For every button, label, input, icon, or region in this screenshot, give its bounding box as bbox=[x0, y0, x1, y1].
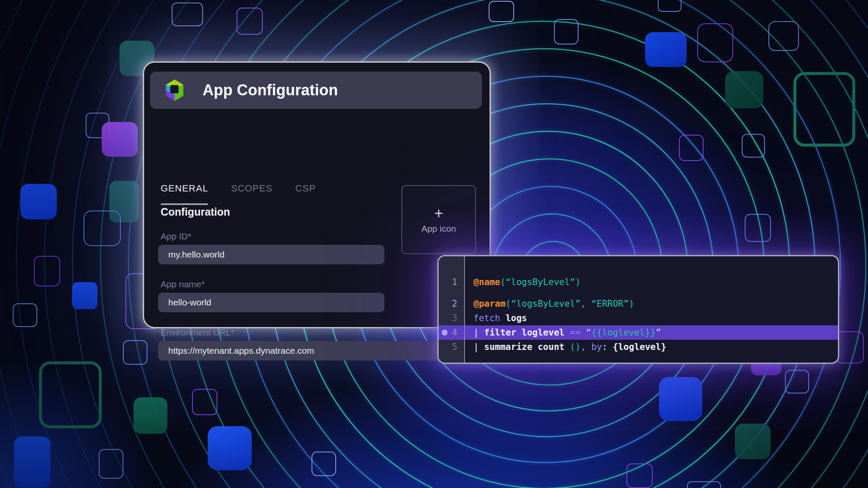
line-number[interactable]: 5 bbox=[439, 342, 464, 352]
line-number[interactable]: 2 bbox=[439, 299, 464, 309]
dialog-header: App Configuration bbox=[150, 72, 482, 109]
app-id-label: App ID* bbox=[161, 231, 191, 241]
gutter-separator bbox=[464, 256, 465, 363]
code-lines: 1@name(“logsByLevel”)2@param(“logsByLeve… bbox=[439, 275, 838, 354]
code-text: | filter loglevel == “{{loglevel}}” bbox=[464, 327, 661, 338]
breakpoint-icon[interactable] bbox=[442, 330, 448, 336]
code-text: @name(“logsByLevel”) bbox=[464, 277, 581, 287]
line-number[interactable]: 3 bbox=[439, 313, 464, 323]
app-icon-label: App icon bbox=[421, 224, 456, 234]
section-title: Configuration bbox=[161, 206, 230, 218]
tab-general[interactable]: GENERAL bbox=[161, 183, 208, 200]
code-text: | summarize count (), by: {loglevel} bbox=[464, 342, 666, 352]
app-name-input[interactable] bbox=[158, 293, 384, 312]
app-icon-upload[interactable]: + App icon bbox=[401, 185, 476, 254]
environment-url-input[interactable] bbox=[158, 341, 473, 360]
code-blank-line bbox=[439, 289, 838, 297]
app-id-input[interactable] bbox=[158, 245, 384, 264]
dql-code-editor[interactable]: 1@name(“logsByLevel”)2@param(“logsByLeve… bbox=[437, 255, 839, 364]
code-text: fetch logs bbox=[464, 313, 527, 323]
code-line[interactable]: 1@name(“logsByLevel”) bbox=[439, 275, 838, 289]
tab-csp[interactable]: CSP bbox=[295, 183, 316, 200]
tab-bar: GENERAL SCOPES CSP bbox=[161, 183, 316, 200]
dialog-title: App Configuration bbox=[203, 81, 338, 99]
code-line[interactable]: 2@param(“logsByLevel”, “ERROR”) bbox=[439, 297, 838, 311]
app-cube-icon bbox=[162, 78, 187, 103]
code-line[interactable]: 5| summarize count (), by: {loglevel} bbox=[439, 340, 838, 354]
env-url-label: Environment URL* bbox=[161, 327, 234, 338]
marketing-background: App Configuration GENERAL SCOPES CSP Con… bbox=[0, 0, 868, 488]
tab-scopes[interactable]: SCOPES bbox=[231, 183, 273, 200]
code-text: @param(“logsByLevel”, “ERROR”) bbox=[464, 299, 634, 309]
plus-icon: + bbox=[434, 206, 443, 221]
code-line-highlighted[interactable]: 4| filter loglevel == “{{loglevel}}” bbox=[439, 325, 838, 340]
app-name-label: App name* bbox=[161, 279, 205, 289]
code-line[interactable]: 3fetch logs bbox=[439, 311, 838, 325]
line-number[interactable]: 1 bbox=[439, 277, 464, 287]
